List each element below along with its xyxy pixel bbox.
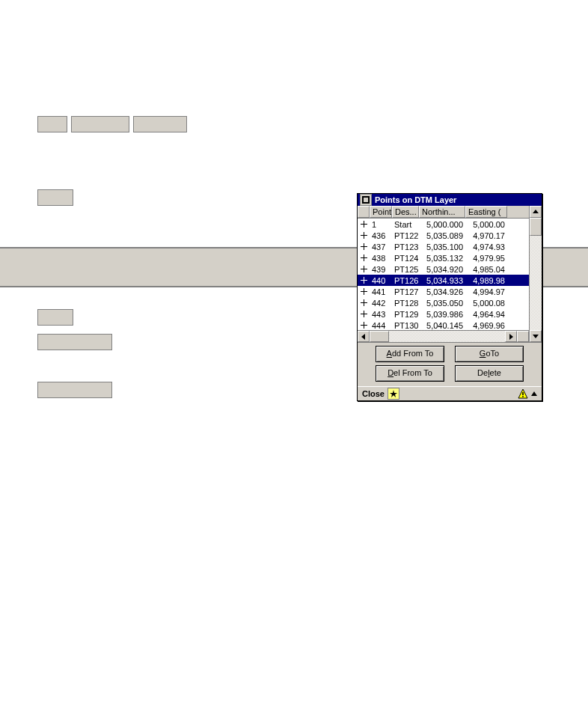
grid-main: Point Des... Northin... Easting ( 1Start…	[358, 206, 529, 342]
cell-point: 438	[370, 254, 392, 263]
cell-northing: 5,039.986	[419, 310, 465, 319]
cell-northing: 5,035.132	[419, 254, 465, 263]
bg-box-7	[37, 382, 112, 398]
svg-rect-30	[522, 392, 524, 395]
cell-description: PT130	[392, 321, 419, 330]
table-row[interactable]: 436PT1225,035.0894,970.17	[358, 230, 529, 241]
table-row[interactable]: 1Start5,000.0005,000.00	[358, 219, 529, 230]
table-row[interactable]: 443PT1295,039.9864,964.94	[358, 308, 529, 320]
plus-icon	[358, 277, 370, 284]
table-row[interactable]: 438PT1245,035.1324,979.95	[358, 252, 529, 263]
cell-description: PT129	[392, 310, 419, 319]
horizontal-scrollbar[interactable]	[358, 330, 529, 341]
bg-box-4	[37, 189, 73, 206]
cell-description: PT125	[392, 265, 419, 274]
table-row[interactable]: 440PT1265,034.9334,989.98	[358, 275, 529, 286]
bg-box-3	[133, 116, 187, 132]
cell-point: 443	[370, 310, 392, 319]
cell-easting: 4,994.97	[465, 287, 507, 296]
titlebar[interactable]: Points on DTM Layer	[358, 194, 542, 206]
svg-marker-28	[390, 390, 397, 397]
grid-header: Point Des... Northin... Easting (	[358, 206, 529, 219]
points-on-dtm-layer-dialog: Points on DTM Layer Point Des... Northin…	[357, 193, 542, 401]
plus-icon	[358, 266, 370, 272]
add-from-to-button[interactable]: Add From To	[376, 346, 444, 362]
svg-rect-31	[522, 396, 524, 397]
plus-icon	[358, 311, 370, 317]
cell-description: Start	[392, 220, 419, 229]
svg-marker-24	[361, 334, 365, 340]
cell-description: PT124	[392, 254, 419, 263]
cell-northing: 5,040.145	[419, 321, 465, 330]
cell-northing: 5,034.933	[419, 276, 465, 285]
plus-icon	[358, 232, 370, 239]
scroll-down-button[interactable]	[530, 330, 542, 342]
table-row[interactable]: 439PT1255,034.9204,985.04	[358, 263, 529, 275]
cell-description: PT128	[392, 299, 419, 308]
cell-northing: 5,000.000	[419, 220, 465, 229]
table-row[interactable]: 437PT1235,035.1004,974.93	[358, 241, 529, 252]
dialog-title: Points on DTM Layer	[375, 195, 456, 204]
vertical-scrollbar[interactable]	[529, 206, 542, 342]
cell-northing: 5,034.920	[419, 265, 465, 274]
cell-point: 436	[370, 231, 392, 240]
cell-easting: 4,970.17	[465, 231, 507, 240]
vscroll-thumb[interactable]	[530, 218, 542, 236]
cell-description: PT127	[392, 287, 419, 296]
cell-description: PT126	[392, 276, 419, 285]
collapse-up-icon[interactable]	[531, 391, 537, 397]
scroll-left-button[interactable]	[358, 331, 370, 341]
close-label[interactable]: Close	[362, 389, 385, 398]
cell-point: 444	[370, 321, 392, 330]
scroll-right-button[interactable]	[505, 331, 517, 341]
col-header-icon[interactable]	[358, 206, 370, 218]
delete-button[interactable]: Delete	[455, 365, 524, 382]
cell-northing: 5,035.100	[419, 242, 465, 251]
col-header-description[interactable]: Des...	[392, 206, 419, 218]
bg-box-5	[37, 309, 73, 326]
svg-marker-25	[509, 334, 513, 340]
plus-icon	[358, 322, 370, 329]
scroll-corner	[517, 331, 529, 341]
svg-marker-32	[531, 391, 537, 396]
cell-description: PT123	[392, 242, 419, 251]
close-bar: Close	[358, 386, 542, 400]
cell-easting: 4,985.04	[465, 265, 507, 274]
cell-point: 437	[370, 242, 392, 251]
table-row[interactable]: 442PT1285,035.0505,000.08	[358, 297, 529, 308]
table-row[interactable]: 441PT1275,034.9264,994.97	[358, 286, 529, 297]
vscroll-track[interactable]	[530, 218, 542, 330]
app-icon	[360, 194, 372, 206]
cell-northing: 5,035.089	[419, 231, 465, 240]
col-header-easting[interactable]: Easting (	[465, 206, 507, 218]
cell-description: PT122	[392, 231, 419, 240]
cell-point: 1	[370, 220, 392, 229]
cell-point: 442	[370, 299, 392, 308]
plus-icon	[358, 299, 370, 306]
warning-icon[interactable]	[518, 388, 528, 399]
cell-point: 440	[370, 276, 392, 285]
goto-button[interactable]: GoTo	[455, 346, 524, 362]
plus-icon	[358, 288, 370, 295]
svg-marker-26	[533, 210, 539, 213]
cell-point: 439	[370, 265, 392, 274]
plus-icon	[358, 221, 370, 228]
bg-box-2	[71, 116, 129, 132]
cell-easting: 5,000.08	[465, 299, 507, 308]
grid-area: Point Des... Northin... Easting ( 1Start…	[358, 206, 542, 343]
del-from-to-button[interactable]: Del From To	[376, 365, 444, 382]
hscroll-track[interactable]	[370, 331, 505, 341]
cell-easting: 4,979.95	[465, 254, 507, 263]
cell-easting: 5,000.00	[465, 220, 507, 229]
scroll-up-button[interactable]	[530, 206, 542, 218]
col-header-northing[interactable]: Northin...	[419, 206, 465, 218]
star-icon[interactable]	[388, 388, 399, 400]
hscroll-thumb[interactable]	[370, 331, 389, 341]
bg-box-6	[37, 334, 112, 350]
col-header-point[interactable]: Point	[370, 206, 392, 218]
svg-rect-1	[364, 198, 368, 202]
cell-northing: 5,034.926	[419, 287, 465, 296]
cell-easting: 4,969.96	[465, 321, 507, 330]
grid-body[interactable]: 1Start5,000.0005,000.00436PT1225,035.089…	[358, 219, 529, 330]
table-row[interactable]: 444PT1305,040.1454,969.96	[358, 320, 529, 330]
